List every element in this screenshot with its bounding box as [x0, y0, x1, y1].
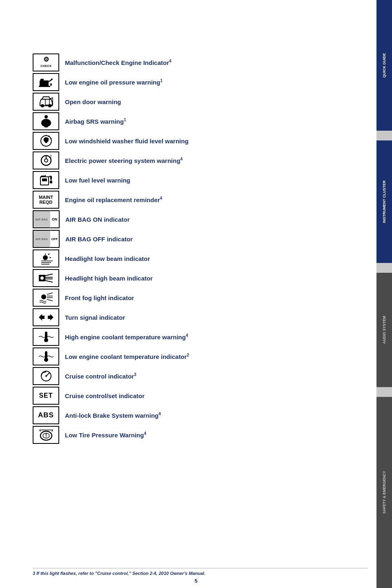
svg-line-54	[47, 299, 53, 301]
list-item: Front fog light indicator	[33, 288, 368, 307]
indicator-label: Electric power steering system warning4	[65, 157, 183, 164]
indicator-label: High engine coolant temperature warning4	[65, 333, 188, 341]
list-item: ! Electric power steering system warning…	[33, 151, 368, 170]
svg-point-25	[45, 159, 48, 162]
list-item: Turn signal indicator	[33, 308, 368, 327]
svg-rect-6	[39, 86, 50, 87]
svg-text:CHECK: CHECK	[40, 65, 51, 67]
svg-text:⚙: ⚙	[43, 56, 49, 63]
svg-point-37	[43, 255, 48, 260]
indicator-label: Low windshield washer fluid level warnin…	[65, 138, 189, 145]
svg-point-13	[48, 104, 51, 107]
coolant-low-icon	[33, 347, 59, 365]
list-item: ! Low Tire Pressure Warning4	[33, 425, 368, 444]
indicator-label: Headlight low beam indicator	[65, 255, 150, 262]
abs-icon: ABS	[33, 406, 59, 424]
indicator-label: Low engine coolant temperature indicator…	[65, 353, 189, 360]
svg-line-48	[45, 281, 53, 282]
svg-point-58	[44, 338, 48, 342]
list-item: Headlight low beam indicator	[33, 249, 368, 268]
fuel-level-icon	[33, 171, 59, 189]
indicator-label: Anti-lock Brake System warning4	[65, 412, 161, 419]
indicator-label: Headlight high beam indicator	[65, 275, 153, 282]
svg-rect-2	[40, 80, 49, 86]
washer-fluid-icon	[33, 132, 59, 150]
list-item: MAINT REQD Engine oil replacement remind…	[33, 190, 368, 209]
list-item: Headlight high beam indicator	[33, 269, 368, 287]
sidebar-tab-label: INSTRUMENT CLUSTER	[382, 180, 386, 223]
indicator-label: Low fuel level warning	[65, 177, 130, 184]
svg-point-12	[41, 104, 44, 107]
headlight-high-icon	[33, 269, 59, 287]
indicator-label: Front fog light indicator	[65, 294, 134, 301]
svg-line-40	[48, 254, 49, 255]
sidebar-tab-instrument[interactable]: INSTRUMENT CLUSTER	[376, 140, 392, 263]
svg-marker-55	[39, 314, 45, 321]
svg-rect-57	[45, 332, 47, 339]
sidebar-divider-1	[376, 131, 392, 140]
list-item: AIR BAG OFF AIR BAG OFF indicator	[33, 229, 368, 248]
svg-point-63	[45, 375, 47, 377]
svg-rect-8	[45, 99, 49, 105]
power-steering-icon: !	[33, 151, 59, 169]
svg-point-5	[51, 78, 53, 80]
svg-line-4	[49, 80, 52, 82]
sidebar-tab-label: SAFETY & EMERGENCY	[382, 471, 386, 514]
svg-rect-19	[45, 125, 48, 127]
sidebar-divider-2	[376, 263, 392, 273]
indicator-label: Turn signal indicator	[65, 314, 125, 321]
list-item: Low fuel level warning	[33, 171, 368, 189]
fog-front-icon	[33, 289, 59, 307]
sidebar-divider-3	[376, 387, 392, 397]
footer: 3 If this light flashes, refer to "Cruis…	[33, 568, 368, 576]
sidebar-tab-safety[interactable]: SAFETY & EMERGENCY	[376, 397, 392, 588]
svg-rect-33	[50, 181, 52, 183]
list-item: Low engine oil pressure warning1	[33, 73, 368, 91]
indicator-label: Airbag SRS warning1	[65, 118, 126, 125]
cruise-set-icon: SET	[33, 387, 59, 405]
svg-line-51	[47, 293, 53, 294]
list-item: Low engine coolant temperature indicator…	[33, 347, 368, 366]
indicator-label: AIR BAG ON indicator	[65, 216, 130, 223]
svg-point-50	[41, 294, 46, 299]
list-item: High engine coolant temperature warning4	[33, 327, 368, 346]
svg-point-49	[40, 276, 44, 280]
list-item: SET Cruise control/set indicator	[33, 386, 368, 405]
indicator-label: Low engine oil pressure warning1	[65, 78, 163, 86]
sidebar-tab-quick-guide[interactable]: QUICK GUIDE	[376, 0, 392, 131]
list-item: Low windshield washer fluid level warnin…	[33, 131, 368, 150]
open-door-icon	[33, 93, 59, 111]
indicator-label: Cruise control/set indicator	[65, 392, 145, 399]
svg-rect-31	[50, 176, 52, 179]
list-item: ⚙ CHECK Malfunction/Check Engine Indicat…	[33, 53, 368, 72]
cruise-control-icon	[33, 367, 59, 385]
page-number: 5	[194, 578, 197, 584]
footer-note: 3 If this light flashes, refer to "Cruis…	[33, 571, 368, 576]
sidebar-tab-audio[interactable]: AUDIO SYSTEM	[376, 273, 392, 387]
sidebar-tab-label: AUDIO SYSTEM	[382, 316, 386, 344]
main-content: ⚙ CHECK Malfunction/Check Engine Indicat…	[33, 53, 368, 555]
list-item: Open door warning	[33, 92, 368, 111]
svg-rect-29	[42, 178, 47, 181]
svg-line-45	[45, 274, 53, 276]
tire-pressure-icon: !	[33, 426, 59, 444]
airbag-off-icon: AIR BAG OFF	[33, 230, 60, 248]
indicator-label: Open door warning	[65, 98, 121, 105]
check-engine-icon: ⚙ CHECK	[33, 53, 59, 71]
indicator-list: ⚙ CHECK Malfunction/Check Engine Indicat…	[33, 53, 368, 444]
indicator-label: Malfunction/Check Engine Indicator4	[65, 59, 172, 66]
list-item: ABS Anti-lock Brake System warning4	[33, 406, 368, 425]
oil-pressure-icon	[33, 73, 59, 91]
maint-reqd-icon: MAINT REQD	[33, 191, 59, 209]
svg-point-14	[45, 115, 48, 118]
indicator-label: Engine oil replacement reminder4	[65, 196, 162, 203]
svg-text:!: !	[50, 154, 51, 159]
turn-signal-icon	[33, 308, 59, 326]
list-item: AIR BAG ON AIR BAG ON indicator	[33, 210, 368, 229]
coolant-high-icon	[33, 328, 59, 346]
svg-point-60	[44, 358, 48, 362]
svg-text:!: !	[45, 433, 47, 439]
indicator-label: Cruise control indicator3	[65, 372, 136, 380]
list-item: Airbag SRS warning1	[33, 112, 368, 131]
svg-rect-3	[40, 79, 44, 81]
